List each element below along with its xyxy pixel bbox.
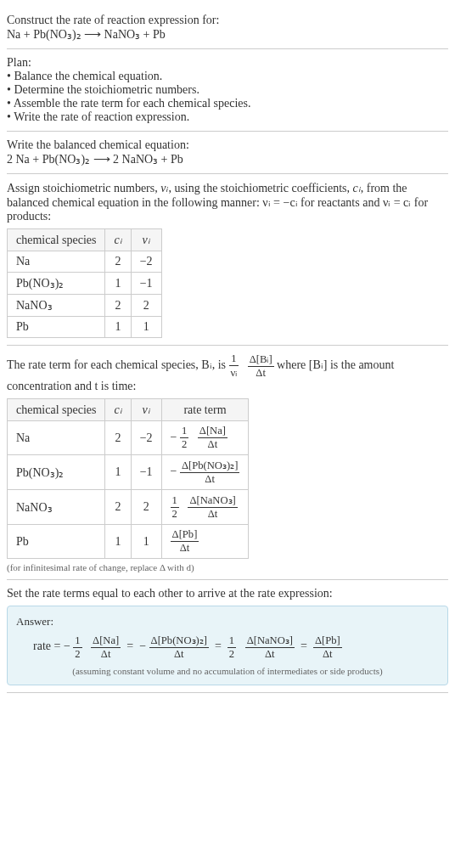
balanced-equation: 2 Na + Pb(NO₃)₂ ⟶ 2 NaNO₃ + Pb bbox=[7, 152, 448, 166]
col-species: chemical species bbox=[8, 399, 105, 421]
plan-item: • Write the rate of reaction expression. bbox=[7, 110, 448, 124]
table-row: NaNO₃22 bbox=[8, 295, 162, 317]
setequal-heading: Set the rate terms equal to each other t… bbox=[7, 587, 448, 600]
table-row: Pb(NO₃)₂ 1 −1 − Δ[Pb(NO₃)₂]Δt bbox=[8, 455, 249, 490]
table-row: NaNO₃ 2 2 12 Δ[NaNO₃]Δt bbox=[8, 490, 249, 525]
rate-term-cell: Δ[Pb]Δt bbox=[161, 525, 249, 559]
col-rateterm: rate term bbox=[161, 399, 249, 421]
stoich-heading: Assign stoichiometric numbers, νᵢ, using… bbox=[7, 181, 448, 223]
table-row: Na 2 −2 − 12 Δ[Na]Δt bbox=[8, 421, 249, 455]
question-equation: Na + Pb(NO₃)₂ ⟶ NaNO₃ + Pb bbox=[7, 27, 448, 42]
answer-section: Set the rate terms equal to each other t… bbox=[7, 580, 448, 693]
col-species: chemical species bbox=[8, 229, 105, 251]
plan-item: • Assemble the rate term for each chemic… bbox=[7, 97, 448, 110]
rate-term-cell: 12 Δ[NaNO₃]Δt bbox=[161, 490, 249, 525]
table-header-row: chemical species cᵢ νᵢ bbox=[8, 229, 162, 251]
answer-label: Answer: bbox=[16, 615, 439, 628]
plan-section: Plan: • Balance the chemical equation. •… bbox=[7, 49, 448, 132]
stoich-table: chemical species cᵢ νᵢ Na2−2 Pb(NO₃)₂1−1… bbox=[7, 228, 162, 338]
rate-term-cell: − 12 Δ[Na]Δt bbox=[161, 421, 249, 455]
balanced-heading: Write the balanced chemical equation: bbox=[7, 138, 448, 152]
col-vi: νᵢ bbox=[131, 399, 161, 421]
table-row: Pb11 bbox=[8, 317, 162, 338]
plan-item: • Balance the chemical equation. bbox=[7, 70, 448, 83]
question-prompt: Construct the rate of reaction expressio… bbox=[7, 14, 448, 27]
answer-box: Answer: rate = − 12 Δ[Na]Δt = − Δ[Pb(NO₃… bbox=[7, 606, 448, 685]
table-header-row: chemical species cᵢ νᵢ rate term bbox=[8, 399, 249, 421]
question-section: Construct the rate of reaction expressio… bbox=[7, 7, 448, 49]
stoich-section: Assign stoichiometric numbers, νᵢ, using… bbox=[7, 174, 448, 346]
frac-delta-bi: Δ[Bᵢ]Δt bbox=[248, 352, 274, 380]
plan-item: • Determine the stoichiometric numbers. bbox=[7, 83, 448, 97]
balanced-section: Write the balanced chemical equation: 2 … bbox=[7, 132, 448, 174]
answer-note: (assuming constant volume and no accumul… bbox=[16, 666, 439, 676]
rateterm-heading: The rate term for each chemical species,… bbox=[7, 352, 448, 393]
table-row: Na2−2 bbox=[8, 251, 162, 273]
col-vi: νᵢ bbox=[131, 229, 161, 251]
rate-term-cell: − Δ[Pb(NO₃)₂]Δt bbox=[161, 455, 249, 490]
rateterm-section: The rate term for each chemical species,… bbox=[7, 346, 448, 580]
col-ci: cᵢ bbox=[105, 399, 131, 421]
table-row: Pb 1 1 Δ[Pb]Δt bbox=[8, 525, 249, 559]
col-ci: cᵢ bbox=[105, 229, 131, 251]
rate-expression: rate = − 12 Δ[Na]Δt = − Δ[Pb(NO₃)₂]Δt = … bbox=[16, 634, 439, 661]
rateterm-note: (for infinitesimal rate of change, repla… bbox=[7, 562, 448, 572]
frac-one-over-vi: 1νᵢ bbox=[229, 352, 239, 380]
rateterm-table: chemical species cᵢ νᵢ rate term Na 2 −2… bbox=[7, 398, 249, 559]
plan-heading: Plan: bbox=[7, 56, 448, 70]
table-row: Pb(NO₃)₂1−1 bbox=[8, 273, 162, 295]
